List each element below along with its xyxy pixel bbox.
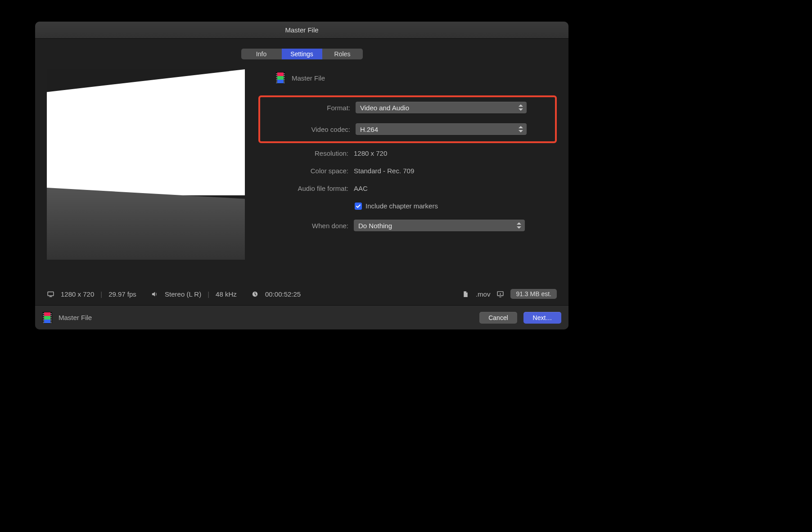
dialog-footer: Master File Cancel Next… — [35, 305, 568, 329]
titlebar: Master File — [35, 22, 568, 39]
window-title: Master File — [285, 26, 318, 34]
chevron-updown-icon — [517, 222, 521, 229]
color-space-label: Color space: — [258, 167, 348, 175]
format-value: Video and Audio — [360, 104, 409, 112]
resolution-value: 1280 x 720 — [354, 149, 387, 157]
when-done-value: Do Nothing — [358, 222, 392, 230]
format-label: Format: — [260, 104, 350, 112]
settings-header-title: Master File — [292, 74, 325, 82]
info-ext: .mov — [476, 290, 491, 298]
preview-thumbnail — [47, 69, 245, 258]
tabbar: Info Settings Roles — [47, 49, 557, 59]
size-badge: 91.3 MB est. — [510, 289, 557, 299]
info-audio: Stereo (L R) — [165, 290, 201, 298]
monitor-icon — [496, 290, 504, 298]
tab-info[interactable]: Info — [241, 49, 282, 59]
info-bar: 1280 x 720 | 29.97 fps Stereo (L R) | 48… — [47, 288, 557, 299]
clock-icon — [251, 290, 259, 298]
info-fps: 29.97 fps — [108, 290, 136, 298]
info-khz: 48 kHz — [216, 290, 237, 298]
when-done-select[interactable]: Do Nothing — [354, 220, 525, 231]
check-icon — [356, 203, 361, 209]
chapter-markers-label: Include chapter markers — [365, 202, 438, 210]
export-dialog: Master File Info Settings Roles Master F… — [35, 22, 568, 329]
tab-roles[interactable]: Roles — [322, 49, 363, 59]
speaker-icon — [151, 290, 158, 298]
resolution-label: Resolution: — [258, 149, 348, 157]
footer-title: Master File — [59, 314, 92, 321]
screen-icon — [47, 290, 54, 298]
chevron-updown-icon — [519, 126, 523, 132]
format-select[interactable]: Video and Audio — [356, 102, 527, 113]
video-codec-label: Video codec: — [260, 126, 350, 133]
video-codec-value: H.264 — [360, 126, 378, 133]
color-space-value: Standard - Rec. 709 — [354, 167, 414, 175]
cancel-button[interactable]: Cancel — [479, 312, 517, 324]
next-button[interactable]: Next… — [523, 312, 561, 324]
audio-format-label: Audio file format: — [258, 185, 348, 192]
audio-format-value: AAC — [354, 185, 368, 192]
film-icon — [42, 312, 52, 324]
chevron-updown-icon — [519, 104, 523, 111]
info-dimensions: 1280 x 720 — [61, 290, 94, 298]
file-icon — [462, 290, 469, 298]
when-done-label: When done: — [258, 222, 348, 230]
chapter-markers-checkbox[interactable] — [355, 203, 362, 210]
highlight-annotation: Format: Video and Audio Video codec: H.2… — [258, 95, 557, 143]
tab-settings[interactable]: Settings — [282, 49, 322, 59]
info-duration: 00:00:52:25 — [265, 290, 301, 298]
video-codec-select[interactable]: H.264 — [356, 123, 527, 135]
film-icon — [275, 72, 285, 84]
svg-rect-0 — [48, 292, 54, 296]
